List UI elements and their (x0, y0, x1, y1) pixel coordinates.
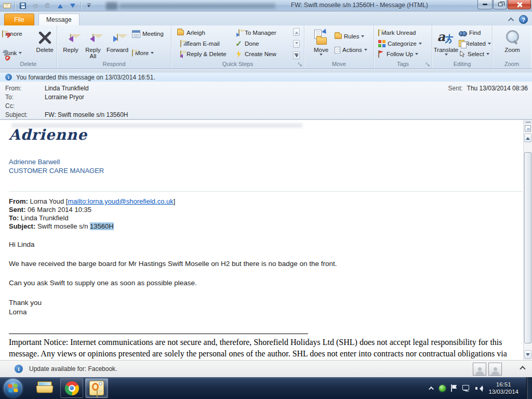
zoom-button[interactable]: Zoom (500, 27, 525, 60)
mark-unread-icon (378, 30, 379, 36)
sent-timestamp: Sent:Thu 13/03/2014 08:36 (448, 85, 528, 92)
title-bar: FW: Swift moselle s/n 13560H - Message (… (0, 0, 532, 11)
reply-all-icon (92, 34, 94, 41)
taskbar-explorer-button[interactable] (36, 381, 54, 395)
follow-up-button[interactable]: Follow Up (378, 49, 431, 59)
move-button[interactable]: Move (310, 27, 332, 60)
forward-icon (117, 34, 118, 41)
mail-icon[interactable] (2, 2, 11, 10)
find-icon (459, 30, 467, 36)
signature-name: Adrienne Barwell (9, 157, 523, 166)
group-label-delete: Delete (0, 60, 57, 69)
more-button[interactable]: More (132, 48, 169, 58)
help-button[interactable]: ? (519, 15, 528, 24)
scroll-down-button[interactable] (524, 350, 531, 359)
separator (15, 2, 15, 9)
info-icon: i (5, 74, 12, 81)
window-title: FW: Swift moselle s/n 13560H - Message (… (291, 2, 428, 9)
dropdown-icon (419, 43, 422, 46)
redo-button[interactable] (43, 2, 52, 10)
rules-icon (335, 34, 342, 39)
windows-logo-icon (8, 383, 18, 392)
ribbon-group-respond: Reply Reply All Forward Meeting (57, 25, 171, 69)
taskbar-outlook-button[interactable] (85, 378, 108, 398)
forward-button[interactable]: Forward (104, 27, 131, 60)
quick-step-to-manager[interactable]: To Manager (235, 28, 291, 38)
taskbar-clock[interactable]: 16:51 13/03/2014 (488, 381, 518, 395)
dropdown-icon (445, 54, 448, 57)
chrome-icon (65, 381, 79, 395)
delete-button[interactable]: Delete (34, 27, 56, 60)
quick-steps-scroll-up[interactable] (293, 28, 300, 36)
envelope-icon (3, 3, 11, 8)
quick-step-done[interactable]: ✓ Done (235, 38, 291, 49)
tray-status-icon[interactable] (439, 385, 446, 392)
vertical-scrollbar[interactable] (523, 120, 532, 360)
quick-steps-scroll-down[interactable] (293, 40, 300, 48)
show-desktop-button[interactable] (526, 377, 532, 399)
mark-unread-button[interactable]: Mark Unread (378, 28, 431, 38)
select-button[interactable]: Select (459, 49, 491, 59)
reply-button[interactable]: Reply (59, 27, 82, 60)
reply-all-button[interactable]: Reply All (82, 27, 104, 60)
undo-button[interactable] (31, 2, 40, 10)
taskbar-chrome-button[interactable] (60, 378, 83, 398)
redacted-region (106, 2, 117, 10)
message-body[interactable]: Adrienne Adrienne Barwell CUSTOMER CARE … (3, 120, 523, 360)
mailto-link[interactable]: mailto:lorna.youd@shorefield.co.uk (68, 197, 173, 205)
quick-step-reply-delete[interactable]: Reply & Delete (177, 49, 235, 59)
signature-script: Adrienne (9, 126, 523, 143)
next-item-button[interactable] (68, 2, 77, 10)
dialog-launcher-icon[interactable] (297, 62, 303, 68)
tab-message[interactable]: Message (38, 14, 79, 25)
action-center-icon[interactable] (451, 384, 457, 392)
restore-button[interactable] (493, 0, 507, 9)
dropdown-icon (486, 53, 489, 57)
minimize-button[interactable] (477, 0, 493, 9)
tab-file[interactable]: File (4, 14, 34, 25)
ribbon: Ignore Junk Delete Delete Reply (0, 25, 532, 69)
reading-pane-icon[interactable] (524, 124, 532, 133)
junk-button[interactable]: Junk (2, 48, 34, 58)
quoted-subject-line: Subject: Swift moselle s/n 13560H (9, 222, 523, 231)
dropdown-icon (364, 49, 367, 52)
network-icon[interactable] (462, 385, 470, 392)
dialog-launcher-icon[interactable] (425, 62, 431, 68)
quick-step-arleigh[interactable]: Arleigh (177, 28, 235, 38)
separator (81, 2, 81, 9)
meeting-icon (132, 30, 140, 38)
tray-expand-icon[interactable] (429, 386, 434, 391)
quick-step-create-new[interactable]: Create New (235, 49, 291, 59)
customize-qat-button[interactable] (84, 2, 94, 10)
ignore-button[interactable]: Ignore (2, 29, 34, 39)
volume-icon[interactable] (475, 385, 483, 392)
translate-button[interactable]: a Translate (433, 27, 459, 60)
close-button[interactable] (508, 0, 531, 9)
related-button[interactable]: Related (459, 38, 491, 49)
expand-people-pane-icon[interactable] (520, 366, 525, 371)
splitter-handle[interactable] (524, 120, 532, 124)
ribbon-group-move: Move Rules Actions Move (304, 25, 374, 69)
translate-icon: a (437, 30, 455, 45)
contact-photo[interactable] (473, 363, 486, 376)
restore-icon (498, 3, 502, 6)
find-button[interactable]: Find (459, 28, 491, 38)
subject-value: FW: Swift moselle s/n 13560H (45, 111, 128, 118)
scroll-up-button[interactable] (524, 134, 531, 142)
group-label-zoom: Zoom (493, 60, 531, 69)
collapse-ribbon-icon[interactable] (508, 17, 514, 23)
dropdown-icon (320, 54, 323, 57)
quick-step-team-email[interactable]: Team E-mail (177, 38, 235, 49)
quoted-separator (9, 191, 523, 192)
highlighted-text: 13560H (90, 222, 114, 230)
start-button[interactable] (4, 379, 22, 397)
contact-photo[interactable] (488, 363, 502, 376)
rules-button[interactable]: Rules (335, 31, 372, 42)
actions-button[interactable]: Actions (335, 45, 372, 55)
save-button[interactable] (18, 2, 28, 10)
quick-steps-more-button[interactable] (293, 51, 300, 59)
scrollbar-thumb[interactable] (524, 152, 531, 343)
previous-item-button[interactable] (56, 2, 65, 10)
meeting-button[interactable]: Meeting (132, 29, 169, 39)
categorize-button[interactable]: Categorize (378, 38, 431, 49)
